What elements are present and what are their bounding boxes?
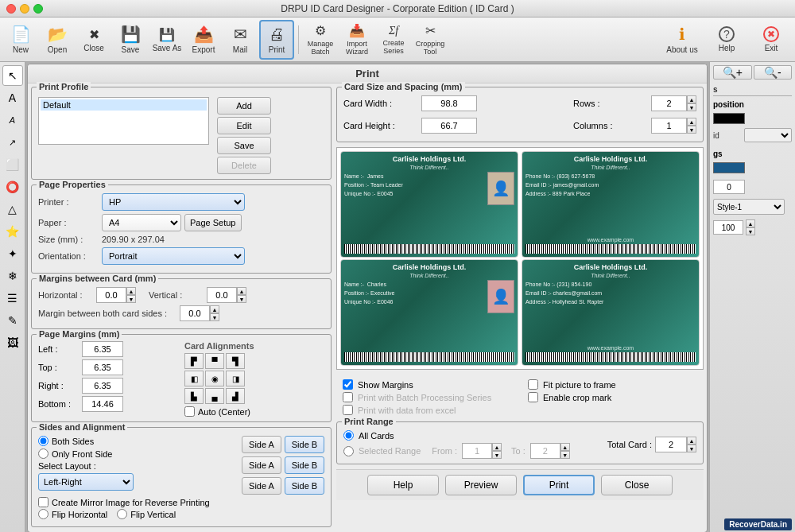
columns-down[interactable]: ▼ [687,126,696,134]
help-footer-button[interactable]: Help [367,475,439,495]
sidebar-rect-tool[interactable]: ⬜ [2,154,23,175]
paper-select[interactable]: A4 [102,214,181,231]
align-bottom-right[interactable]: ▟ [226,388,245,404]
create-series-button[interactable]: Σf Create Series [376,20,411,60]
columns-value[interactable]: 1 [651,118,687,134]
vertical-value[interactable]: 0.0 [207,287,237,303]
sidebar-image-tool[interactable]: 🖼 [2,332,23,353]
only-front-radio[interactable] [38,449,48,459]
to-down[interactable]: ▼ [560,451,570,459]
profile-listbox[interactable]: Default [38,97,209,145]
sidebar-pointer-tool[interactable]: ↖ [2,65,23,86]
save-button[interactable]: 💾 Save [113,20,148,60]
vertical-down[interactable]: ▼ [237,295,246,303]
zoom-input[interactable] [713,220,743,235]
vertical-up[interactable]: ▲ [237,287,246,295]
from-down[interactable]: ▼ [492,451,502,459]
sidebar-text-tool[interactable]: A [2,87,23,108]
profile-edit-button[interactable]: Edit [217,117,271,134]
print-batch-checkbox[interactable] [343,392,353,402]
minimize-traffic-light[interactable] [20,4,29,14]
print-footer-button[interactable]: Print [523,475,595,495]
close-traffic-light[interactable] [6,4,16,14]
side-b-button-1[interactable]: Side B [285,436,324,453]
both-sides-value[interactable]: 0.0 [180,305,210,321]
print-button[interactable]: 🖨 Print [259,20,294,60]
side-a-button-1[interactable]: Side A [242,436,281,453]
from-value[interactable]: 1 [462,443,492,459]
total-card-value[interactable]: 2 [655,437,687,452]
profile-add-button[interactable]: Add [217,97,271,115]
sidebar-line-tool[interactable]: ↗ [2,132,23,153]
import-wizard-button[interactable]: 📥 Import Wizard [339,20,374,60]
preview-footer-button[interactable]: Preview [445,475,517,495]
total-card-up[interactable]: ▲ [687,437,696,445]
printer-select[interactable]: HP [102,193,245,211]
sidebar-ellipse-tool[interactable]: ⭕ [2,177,23,197]
print-excel-checkbox[interactable] [343,405,353,415]
both-sides-up[interactable]: ▲ [210,305,219,313]
align-center[interactable]: ◉ [205,371,224,386]
both-sides-down[interactable]: ▼ [210,313,219,321]
horizontal-value[interactable]: 0.0 [96,287,126,303]
to-value[interactable]: 2 [530,443,560,459]
sidebar-text-tool-2[interactable]: A [2,110,23,130]
vertical-spin[interactable]: 0.0 ▲ ▼ [207,287,246,303]
sidebar-triangle-tool[interactable]: △ [2,199,23,219]
exit-button[interactable]: ✖ Exit [750,20,792,60]
flip-vertical-radio[interactable] [117,509,127,519]
rows-up[interactable]: ▲ [687,95,696,103]
align-bottom-center[interactable]: ▄ [205,388,224,404]
auto-center-checkbox[interactable] [184,406,195,417]
align-middle-left[interactable]: ◧ [184,371,204,386]
bottom-margin-input[interactable] [82,396,123,412]
enable-crop-checkbox[interactable] [528,392,538,402]
layout-select[interactable]: Left-Right [38,473,134,491]
show-margins-checkbox[interactable] [343,379,353,390]
page-setup-button[interactable]: Page Setup [184,214,242,231]
rows-value[interactable]: 2 [651,95,687,111]
sidebar-barcode-tool[interactable]: ☰ [2,288,23,309]
export-button[interactable]: 📤 Export [186,20,221,60]
left-margin-input[interactable] [82,341,123,357]
zoom-up[interactable]: ▲ [746,219,755,227]
sidebar-shape-tool[interactable]: ✦ [2,243,23,264]
align-middle-right[interactable]: ◨ [226,371,245,386]
save-as-button[interactable]: 💾 Save As [149,20,184,60]
rows-spin[interactable]: 2 ▲ ▼ [651,95,696,111]
close-footer-button[interactable]: Close [601,475,673,495]
zoom-in-button[interactable]: 🔍+ [713,65,752,80]
profile-delete-button[interactable]: Delete [217,157,271,174]
mirror-checkbox[interactable] [38,497,48,507]
both-sides-spin[interactable]: 0.0 ▲ ▼ [180,305,219,321]
all-cards-radio[interactable] [343,430,354,441]
horizontal-down[interactable]: ▼ [126,295,136,303]
fit-picture-checkbox[interactable] [528,379,538,390]
horizontal-spin[interactable]: 0.0 ▲ ▼ [96,287,136,303]
align-bottom-left[interactable]: ▙ [184,388,204,404]
mail-button[interactable]: ✉ Mail [223,20,258,60]
card-height-input[interactable] [421,118,477,134]
rows-down[interactable]: ▼ [687,103,696,111]
card-width-input[interactable] [421,95,477,111]
new-button[interactable]: 📄 New [3,20,38,60]
both-sides-radio[interactable] [38,436,48,446]
from-up[interactable]: ▲ [492,443,502,451]
help-button[interactable]: ? Help [706,20,747,60]
align-top-left[interactable]: ▛ [184,353,204,369]
to-spin[interactable]: 2 ▲ ▼ [530,443,570,459]
side-b-button-3[interactable]: Side B [285,477,324,495]
flip-horizontal-radio[interactable] [38,509,48,519]
columns-spin[interactable]: 1 ▲ ▼ [651,118,696,134]
columns-up[interactable]: ▲ [687,118,696,126]
profile-save-button[interactable]: Save [217,137,271,154]
to-up[interactable]: ▲ [560,443,570,451]
sidebar-snowflake-tool[interactable]: ❄ [2,266,23,286]
top-margin-input[interactable] [82,359,123,375]
right-margin-input[interactable] [82,378,123,394]
rs-id-select[interactable] [744,128,792,142]
zoom-down[interactable]: ▼ [746,227,755,235]
selected-range-radio[interactable] [343,446,354,456]
about-button[interactable]: ℹ About us [661,20,703,60]
manage-batch-button[interactable]: ⚙ Manage Batch [303,20,338,60]
